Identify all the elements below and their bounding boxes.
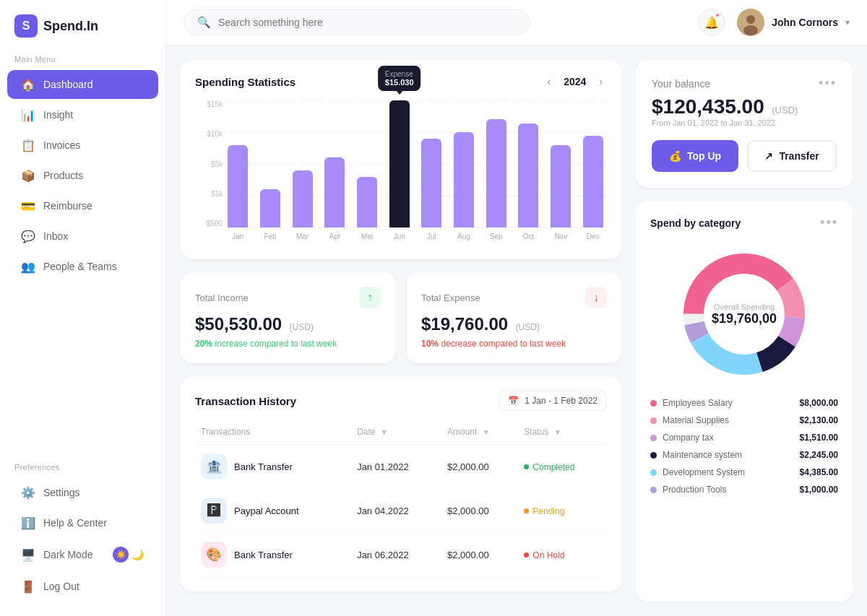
sidebar-item-label: Inbox (43, 230, 68, 242)
settings-icon: ⚙️ (22, 486, 35, 499)
transfer-button[interactable]: ↗ Transfer (747, 140, 837, 172)
tx-name-cell: 🎨 Bank Transfer (201, 542, 345, 568)
logo-icon: S (14, 14, 38, 38)
bar-group[interactable]: Apr (321, 100, 349, 227)
bar-month-label: Mar (296, 233, 309, 240)
chart-header: Spending Statistics ‹ 2024 › (195, 74, 607, 89)
donut-center: Overall Spending $19,760,00 (712, 303, 777, 326)
chart-bar[interactable] (293, 170, 313, 227)
sidebar-item-people[interactable]: 👥 People & Teams (7, 252, 158, 281)
tx-amount: $2,000.00 (441, 489, 518, 533)
sidebar-item-insight[interactable]: 📊 Insight (7, 100, 158, 129)
col-date[interactable]: Date ▼ (351, 422, 441, 445)
right-panel: Your balance ••• $120,435.00 (USD) From … (636, 60, 853, 602)
stats-row: Total Income ↑ $50,530.00 (USD) 20% incr… (181, 272, 621, 363)
chart-bar[interactable] (583, 136, 603, 227)
balance-amount-row: $120,435.00 (USD) (652, 95, 837, 118)
bar-month-label: Jun (394, 233, 405, 240)
balance-currency: (USD) (772, 105, 798, 116)
user-name: John Cornors (772, 17, 838, 28)
expense-trend-icon: ↓ (585, 287, 607, 308)
legend-dot (650, 469, 657, 476)
bar-group[interactable]: Oct (514, 100, 543, 227)
balance-menu-button[interactable]: ••• (819, 76, 837, 91)
chart-bar[interactable] (486, 119, 506, 227)
date-filter-button[interactable]: 📅 1 Jan - 1 Feb 2022 (499, 391, 607, 411)
table-row: 🏦 Bank Transfer Jan 01,2022 $2,000.00 Co… (195, 445, 607, 489)
sidebar-item-logout[interactable]: 🚪 Log Out (7, 572, 158, 601)
category-header: Spend by category ••• (650, 215, 838, 230)
logout-icon: 🚪 (22, 580, 35, 593)
spending-chart-card: Spending Statistics ‹ 2024 › $15k $10k $… (181, 60, 621, 259)
col-transactions: Transactions (195, 422, 351, 445)
bar-group[interactable]: Expense$15.030Jun (385, 100, 413, 227)
legend-item: Company tax $1,510.00 (650, 433, 838, 443)
sidebar-item-label: Log Out (43, 581, 79, 592)
bar-chart: $15k $10k $5k $1k $500 JanFebMarApr (195, 100, 607, 245)
next-year-button[interactable]: › (595, 74, 607, 89)
bar-group[interactable]: Jul (418, 100, 446, 227)
col-status[interactable]: Status ▼ (518, 422, 607, 445)
donut-chart-wrapper: Overall Spending $19,760,00 (650, 242, 838, 386)
prev-year-button[interactable]: ‹ (543, 74, 556, 89)
chart-bar[interactable] (421, 139, 441, 227)
preferences-label: Preferences (0, 463, 165, 477)
legend-left: Company tax (650, 433, 714, 443)
header: 🔍 🔔 John Cornors ▾ (166, 0, 867, 45)
sidebar: S Spend.In Main Menu 🏠 Dashboard 📊 Insig… (0, 0, 166, 616)
sidebar-item-label: Insight (43, 109, 73, 121)
income-amount: $50,530.00 (USD) (195, 314, 381, 334)
bar-month-label: Sep (490, 233, 503, 240)
chart-bar[interactable] (324, 157, 345, 227)
bar-group[interactable]: Des (579, 100, 607, 227)
sidebar-item-reimburse[interactable]: 💳 Reimburse (7, 191, 158, 220)
sidebar-item-dashboard[interactable]: 🏠 Dashboard (7, 70, 158, 99)
moon-icon: 🌙 (131, 549, 144, 560)
chart-bar[interactable] (551, 145, 571, 227)
balance-card: Your balance ••• $120,435.00 (USD) From … (636, 60, 853, 188)
tx-amount: $2,000.00 (441, 445, 518, 489)
chart-bar[interactable] (518, 123, 538, 227)
topup-button[interactable]: 💰 Top Up (652, 140, 738, 172)
notification-button[interactable]: 🔔 (698, 9, 725, 36)
bar-group[interactable]: Aug (450, 100, 478, 227)
chart-bar[interactable] (357, 177, 377, 227)
sidebar-item-inbox[interactable]: 💬 Inbox (7, 222, 158, 251)
sidebar-item-settings[interactable]: ⚙️ Settings (7, 478, 158, 507)
tx-amount: $2,000.00 (441, 533, 518, 577)
logo-area[interactable]: S Spend.In (0, 14, 165, 55)
topup-icon: 💰 (669, 150, 681, 162)
chart-bar[interactable] (454, 132, 474, 227)
dark-mode-toggle[interactable]: 🖥️ Dark Mode ☀️ 🌙 (7, 539, 158, 571)
legend-item: Development System $4,385.00 (650, 467, 838, 477)
dashboard-body: Spending Statistics ‹ 2024 › $15k $10k $… (166, 45, 867, 616)
chart-bar[interactable] (260, 189, 280, 227)
legend-dot (650, 452, 657, 459)
bar-group[interactable]: Nov (547, 100, 575, 227)
tx-name: Bank Transfer (234, 550, 293, 560)
chart-bar[interactable] (228, 145, 248, 227)
chart-title: Spending Statistics (195, 76, 296, 88)
bar-group[interactable]: Sep (482, 100, 510, 227)
bar-group[interactable]: Feb (256, 100, 285, 227)
search-input[interactable] (218, 17, 517, 28)
expense-header: Total Expense ↓ (421, 287, 607, 308)
chart-bar[interactable] (389, 100, 410, 227)
legend-dot (650, 435, 657, 441)
sidebar-item-invoices[interactable]: 📋 Invoices (7, 131, 158, 160)
col-amount[interactable]: Amount ▼ (441, 422, 518, 445)
bar-group[interactable]: Jan (224, 100, 252, 227)
search-bar[interactable]: 🔍 (184, 9, 530, 35)
theme-toggle[interactable]: ☀️ 🌙 (113, 547, 144, 563)
sidebar-item-label: Products (43, 170, 83, 181)
bar-group[interactable]: Mar (288, 100, 316, 227)
sidebar-item-products[interactable]: 📦 Products (7, 161, 158, 190)
category-menu-button[interactable]: ••• (820, 215, 838, 230)
donut-center-label: Overall Spending (712, 303, 777, 311)
user-menu[interactable]: John Cornors ▾ (737, 9, 850, 36)
legend-dot (650, 400, 657, 407)
products-icon: 📦 (22, 169, 35, 182)
balance-actions: 💰 Top Up ↗ Transfer (652, 140, 837, 172)
sidebar-item-help[interactable]: ℹ️ Help & Center (7, 508, 158, 537)
bar-group[interactable]: Mei (353, 100, 381, 227)
